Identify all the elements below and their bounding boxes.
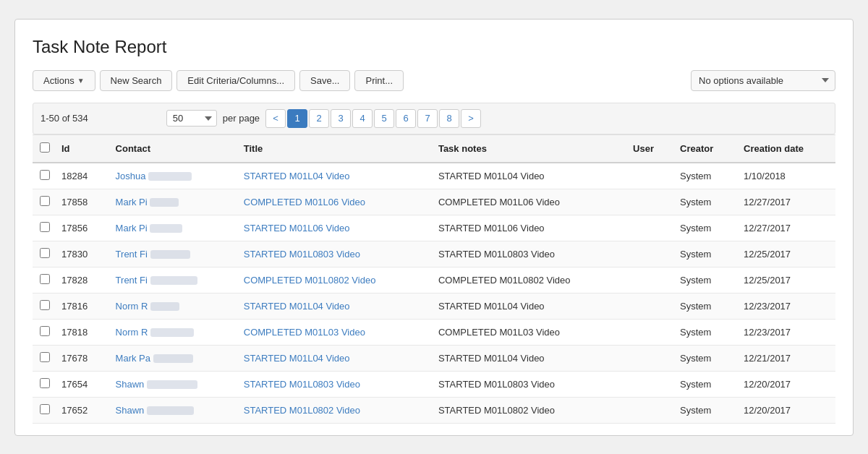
table-row: 17678Mark Pa STARTED M01L04 VideoSTARTED… <box>33 345 835 371</box>
row-user <box>626 371 673 397</box>
row-contact[interactable]: Shawn <box>109 397 237 423</box>
row-checkbox-cell <box>33 215 54 241</box>
row-user <box>626 345 673 371</box>
row-title[interactable]: COMPLETED M01L0802 Video <box>237 267 431 293</box>
row-id: 17830 <box>54 241 109 267</box>
row-contact[interactable]: Mark Pi <box>109 215 237 241</box>
row-title[interactable]: COMPLETED M01L06 Video <box>237 189 431 215</box>
row-user <box>626 319 673 345</box>
row-id: 17678 <box>54 345 109 371</box>
header-task-notes: Task notes <box>431 134 626 163</box>
toolbar: Actions ▼ New Search Edit Criteria/Colum… <box>33 70 835 91</box>
contact-link[interactable]: Mark Pi <box>116 223 183 234</box>
table-row: 17856Mark Pi STARTED M01L06 VideoSTARTED… <box>33 215 835 241</box>
row-title[interactable]: STARTED M01L0803 Video <box>237 241 431 267</box>
actions-label: Actions <box>43 75 75 86</box>
row-task-notes: STARTED M01L0803 Video <box>431 241 626 267</box>
per-page-select[interactable]: 50 <box>166 110 217 127</box>
page-3-button[interactable]: 3 <box>331 109 351 128</box>
row-title[interactable]: COMPLETED M01L03 Video <box>237 319 431 345</box>
page-2-button[interactable]: 2 <box>309 109 329 128</box>
contact-link[interactable]: Mark Pi <box>116 197 179 207</box>
contact-link[interactable]: Mark Pa <box>116 353 193 364</box>
row-checkbox[interactable] <box>40 274 50 284</box>
row-title[interactable]: STARTED M01L04 Video <box>237 345 431 371</box>
row-creator: System <box>673 371 736 397</box>
row-checkbox[interactable] <box>40 404 50 414</box>
row-creator: System <box>673 267 736 293</box>
row-checkbox[interactable] <box>40 196 50 206</box>
row-contact[interactable]: Norm R <box>109 319 237 345</box>
header-creator: Creator <box>673 134 736 163</box>
row-id: 17654 <box>54 371 109 397</box>
row-title[interactable]: STARTED M01L04 Video <box>237 163 431 189</box>
title-link[interactable]: STARTED M01L0803 Video <box>244 379 360 390</box>
save-button[interactable]: Save... <box>299 70 350 91</box>
page-4-button[interactable]: 4 <box>352 109 373 128</box>
title-link[interactable]: STARTED M01L0803 Video <box>244 249 360 260</box>
header-title: Title <box>237 134 431 163</box>
row-task-notes: COMPLETED M01L0802 Video <box>431 267 626 293</box>
row-contact[interactable]: Joshua <box>109 163 237 189</box>
row-contact[interactable]: Mark Pi <box>109 189 237 215</box>
contact-link[interactable]: Norm R <box>116 301 179 312</box>
header-creation-date: Creation date <box>736 134 835 163</box>
contact-link[interactable]: Trent Fi <box>116 275 197 286</box>
page-5-button[interactable]: 5 <box>374 109 394 128</box>
title-link[interactable]: STARTED M01L04 Video <box>244 301 350 312</box>
title-link[interactable]: STARTED M01L04 Video <box>244 171 350 181</box>
title-link[interactable]: STARTED M01L06 Video <box>244 223 350 234</box>
page-6-button[interactable]: 6 <box>396 109 416 128</box>
select-all-checkbox[interactable] <box>40 142 50 153</box>
contact-link[interactable]: Shawn <box>116 405 194 416</box>
row-creation-date: 1/10/2018 <box>736 163 835 189</box>
row-checkbox[interactable] <box>40 378 50 388</box>
row-checkbox-cell <box>33 397 54 423</box>
row-title[interactable]: STARTED M01L0802 Video <box>237 397 431 423</box>
row-contact[interactable]: Norm R <box>109 293 237 319</box>
contact-blurred <box>150 302 179 311</box>
title-link[interactable]: STARTED M01L04 Video <box>244 353 350 364</box>
row-checkbox[interactable] <box>40 170 50 180</box>
print-button[interactable]: Print... <box>354 70 404 91</box>
row-checkbox[interactable] <box>40 248 50 258</box>
row-creation-date: 12/20/2017 <box>736 371 835 397</box>
edit-criteria-button[interactable]: Edit Criteria/Columns... <box>176 70 295 91</box>
row-creation-date: 12/25/2017 <box>736 241 835 267</box>
row-checkbox[interactable] <box>40 222 50 232</box>
title-link[interactable]: COMPLETED M01L0802 Video <box>244 275 376 286</box>
actions-button[interactable]: Actions ▼ <box>33 70 95 91</box>
contact-link[interactable]: Norm R <box>116 327 194 338</box>
page-8-button[interactable]: 8 <box>439 109 459 128</box>
row-title[interactable]: STARTED M01L04 Video <box>237 293 431 319</box>
row-checkbox[interactable] <box>40 352 50 362</box>
contact-link[interactable]: Trent Fi <box>116 249 190 260</box>
title-link[interactable]: COMPLETED M01L03 Video <box>244 327 365 338</box>
title-link[interactable]: COMPLETED M01L06 Video <box>244 197 365 207</box>
table-row: 17818Norm R COMPLETED M01L03 VideoCOMPLE… <box>33 319 835 345</box>
header-user: User <box>626 134 673 163</box>
row-contact[interactable]: Shawn <box>109 371 237 397</box>
options-dropdown[interactable]: No options available <box>691 70 835 91</box>
row-creator: System <box>673 163 736 189</box>
row-checkbox[interactable] <box>40 300 50 310</box>
contact-link[interactable]: Shawn <box>116 379 197 390</box>
pagination-bar: 1-50 of 534 50 per page < 1 2 3 4 5 6 7 … <box>33 103 835 134</box>
prev-page-button[interactable]: < <box>265 109 286 128</box>
row-contact[interactable]: Trent Fi <box>109 241 237 267</box>
header-checkbox-col <box>33 134 54 163</box>
page-1-button[interactable]: 1 <box>287 109 307 128</box>
new-search-button[interactable]: New Search <box>100 70 173 91</box>
contact-blurred <box>147 406 194 415</box>
contact-blurred <box>150 328 194 337</box>
row-checkbox[interactable] <box>40 326 50 336</box>
contact-blurred <box>148 172 192 181</box>
row-contact[interactable]: Trent Fi <box>109 267 237 293</box>
contact-link[interactable]: Joshua <box>116 171 192 181</box>
next-page-button[interactable]: > <box>461 109 481 128</box>
title-link[interactable]: STARTED M01L0802 Video <box>244 405 360 416</box>
page-7-button[interactable]: 7 <box>417 109 438 128</box>
row-title[interactable]: STARTED M01L06 Video <box>237 215 431 241</box>
row-title[interactable]: STARTED M01L0803 Video <box>237 371 431 397</box>
row-contact[interactable]: Mark Pa <box>109 345 237 371</box>
